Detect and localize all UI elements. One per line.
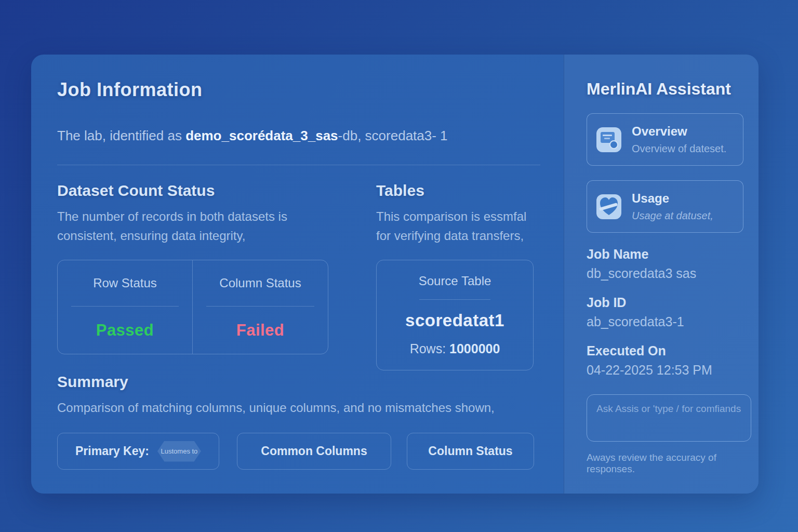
- assistant-usage-card[interactable]: Usage Usage at datuset,: [587, 180, 743, 233]
- primary-key-card: Primary Key: Lustomes to: [57, 433, 219, 470]
- job-subtitle-suffix: -db, scoredata3- 1: [338, 128, 448, 143]
- source-table-rows: Rows: 1000000: [389, 341, 521, 356]
- usage-icon: [596, 194, 621, 219]
- job-information-section: Job Information The lab, identified as d…: [31, 55, 564, 494]
- rows-label: Rows:: [410, 341, 449, 356]
- rows-value: 1000000: [449, 341, 500, 356]
- main-panel: Job Information The lab, identified as d…: [31, 55, 759, 494]
- status-table: Row Status Passed Column Status Failed: [57, 260, 328, 354]
- source-table-divider: [419, 299, 490, 300]
- job-subtitle-prefix: The lab, identified as: [57, 128, 185, 143]
- job-subtitle-dataset-name: demo_scorédata_3_sas: [185, 128, 338, 143]
- source-table-card: Source Table scoredatat1 Rows: 1000000: [376, 260, 534, 370]
- tables-section: Tables This comparison is essmfal for ve…: [376, 182, 534, 470]
- row-status-value: Passed: [58, 307, 192, 354]
- primary-key-badge: Lustomes to: [157, 441, 201, 462]
- executed-on-field: Executed On 04-22-2025 12:53 PM: [587, 343, 743, 378]
- column-status-header: Column Status: [193, 260, 328, 306]
- dataset-count-status-section: Dataset Count Status The number of recor…: [57, 182, 328, 470]
- job-id-field: Job ID ab_scoredata3-1: [587, 295, 743, 329]
- job-name-value: db_scoredata3 sas: [587, 266, 743, 281]
- page-title: Job Information: [57, 79, 540, 101]
- job-id-value: ab_scoredata3-1: [587, 314, 743, 329]
- job-id-label: Job ID: [587, 295, 743, 310]
- dataset-count-status-title: Dataset Count Status: [57, 182, 328, 200]
- column-status-column: Column Status Failed: [193, 260, 328, 354]
- row-status-header: Row Status: [58, 260, 192, 306]
- executed-on-value: 04-22-2025 12:53 PM: [587, 363, 743, 378]
- assistant-footer-note: Aways review the accuracy of responses.: [587, 452, 743, 475]
- usage-card-subtitle: Usage at datuset,: [632, 210, 713, 222]
- tables-title: Tables: [376, 182, 534, 200]
- overview-card-title: Overview: [632, 124, 726, 139]
- job-name-label: Job Name: [587, 247, 743, 262]
- source-table-name: scoredatat1: [389, 311, 521, 330]
- source-table-label: Source Table: [389, 274, 521, 288]
- usage-card-title: Usage: [632, 191, 713, 206]
- column-status-value: Failed: [193, 307, 328, 354]
- header-divider: [57, 165, 540, 165]
- overview-card-subtitle: Overview of dateset.: [632, 143, 726, 155]
- assistant-input[interactable]: [587, 394, 751, 442]
- overview-icon: [596, 127, 621, 152]
- primary-key-label: Primary Key:: [75, 444, 149, 458]
- job-subtitle: The lab, identified as demo_scorédata_3_…: [57, 128, 540, 144]
- assistant-overview-card[interactable]: Overview Overview of dateset.: [587, 113, 743, 166]
- executed-on-label: Executed On: [587, 343, 743, 358]
- tables-description: This comparison is essmfal for verifying…: [376, 207, 534, 245]
- common-columns-button[interactable]: Common Columns: [237, 433, 391, 470]
- dataset-count-status-description: The number of records in both datasets i…: [57, 207, 328, 245]
- assistant-sidebar: MerlinAI Assistant Overview Overview of …: [564, 55, 759, 494]
- row-status-column: Row Status Passed: [58, 260, 193, 354]
- assistant-title: MerlinAI Assistant: [587, 79, 743, 99]
- job-name-field: Job Name db_scoredata3 sas: [587, 247, 743, 281]
